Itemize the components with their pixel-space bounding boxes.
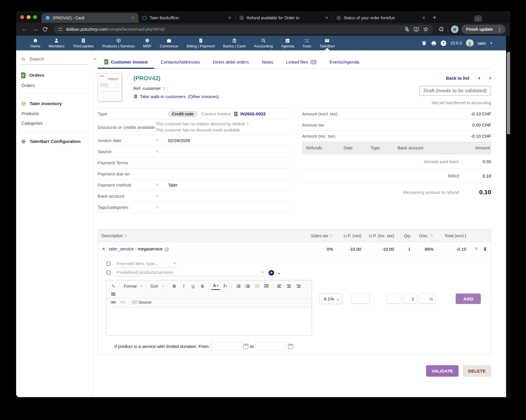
editor-italic-button[interactable]: I [179,283,188,290]
bug-icon[interactable] [421,40,427,46]
editor-unlink-icon[interactable] [118,299,127,306]
previous-record-icon[interactable]: ‹ [478,74,480,81]
editor-remove-format-button[interactable]: Tx [221,283,230,290]
nav-members[interactable]: Members [45,37,69,49]
add-product-plus-icon[interactable]: + [269,270,274,276]
correct-invoice-link[interactable]: IN2602-0022 [240,111,266,116]
nav-billing-payment[interactable]: Billing | Payment [182,37,219,49]
user-avatar[interactable] [466,39,474,47]
close-window-button[interactable] [20,15,24,19]
browser-tab[interactable]: Status of your order forrefun × [332,13,429,23]
editor-content-area[interactable] [106,308,312,335]
back-button[interactable]: ← [21,26,28,33]
description-editor[interactable]: Format▾ Size▾ B I U S A▾ Tx [106,280,312,336]
bookmark-star-icon[interactable] [423,26,429,33]
close-tab-icon[interactable]: × [325,15,329,21]
edit-line-icon[interactable]: ✎ [474,246,478,251]
nav-commerce[interactable]: Commerce [156,37,183,49]
editor-format-select[interactable]: Format▾ [122,284,144,288]
nav-home[interactable]: Home [26,37,45,49]
site-settings-icon[interactable] [58,27,63,32]
mic-blocked-icon[interactable] [404,26,410,33]
nav-banks-cash[interactable]: Banks | Cash [219,37,250,49]
edit-pencil-icon[interactable]: ✎ [156,205,168,210]
editor-justify-icon[interactable] [109,291,118,298]
editor-text-color-button[interactable]: A▾ [211,282,220,290]
address-bar[interactable]: dolibarr.potuzhnyi.com/compta/facture/ca… [54,25,433,34]
nav-agenda[interactable]: Agenda [277,37,298,49]
editor-size-select[interactable]: Size▾ [148,284,165,288]
predefined-product-select[interactable]: Predefined products/services▾ [114,269,265,276]
unit-price-inc-input[interactable] [386,294,402,304]
minimize-window-button[interactable] [27,15,30,19]
forward-button[interactable]: → [31,26,39,33]
edit-pencil-icon[interactable]: ✎ [156,182,168,188]
editor-maximize-icon[interactable] [109,283,118,290]
other-invoices-link[interactable]: (Other invoices) [188,94,219,99]
calendar-icon[interactable] [288,344,293,349]
profile-avatar[interactable]: B [451,25,459,33]
discount-input[interactable] [419,294,436,304]
editor-indent-icon[interactable] [262,283,271,290]
info-icon[interactable]: i [164,247,169,252]
back-to-list-link[interactable]: Back to list [446,76,469,81]
sidebar-item-categories[interactable]: Categories [21,121,89,126]
editor-outdent-icon[interactable] [253,283,262,290]
add-product-chevron-icon[interactable]: ⌄ [278,271,281,275]
qty-input[interactable] [404,294,417,304]
product-link[interactable]: taler_service [109,246,134,251]
editor-ordered-list-icon[interactable] [234,283,243,290]
browser-tab-active[interactable]: D (PROV42) - Card × [42,13,138,23]
editor-underline-button[interactable]: U [189,283,198,290]
sidebar-group-talerbarr-config[interactable]: TalerBarr Configuration [21,139,89,144]
tab-contacts-addresses[interactable]: Contacts/Addresses [154,59,206,68]
nav-mrp[interactable]: MRP [139,37,156,49]
add-line-button[interactable]: ADD [456,293,481,304]
editor-strikethrough-button[interactable]: S [198,283,207,290]
browser-menu-icon[interactable]: ⋮ [496,27,504,32]
edit-pencil-icon[interactable]: ✎ [429,233,433,238]
print-icon[interactable] [431,40,437,46]
delete-line-trash-icon[interactable] [483,247,487,251]
new-tab-button[interactable]: + [433,14,436,21]
nav-third-parties[interactable]: Third parties [69,37,98,49]
calendar-icon[interactable] [243,344,248,349]
editor-align-right-icon[interactable] [294,283,303,290]
edit-pencil-icon[interactable]: ✎ [245,122,250,126]
close-tab-icon[interactable]: × [228,15,232,21]
tab-events-agenda[interactable]: Events/Agenda [323,59,366,68]
close-tab-icon[interactable]: × [422,15,426,21]
editor-align-center-icon[interactable] [285,283,293,290]
tab-direct-debit-orders[interactable]: Direct debit orders [206,59,255,68]
duration-from-input[interactable] [211,342,242,350]
unit-price-net-input[interactable] [351,294,370,304]
edit-pencil-icon[interactable]: ✎ [156,138,168,143]
tab-search-button[interactable]: ⌄ [474,15,482,22]
sidebar-search[interactable]: ▼ [21,56,89,65]
nav-tools[interactable]: Tools [298,37,315,49]
browser-tab[interactable]: Refund available for Order to × [235,13,332,23]
extensions-icon[interactable] [438,26,445,33]
duration-to-input[interactable] [255,342,286,350]
predefined-product-radio[interactable] [106,270,111,275]
tab-customer-invoice[interactable]: Customer invoice [98,59,154,68]
document-preview-thumbnail[interactable] [98,73,122,101]
free-text-select[interactable]: Free-text item, type...▾ [114,260,177,267]
editor-bold-button[interactable]: B [170,283,179,290]
page-scrollbar[interactable] [506,36,510,397]
edit-pencil-icon[interactable]: ✎ [156,149,168,154]
help-icon[interactable]: ? [441,40,446,46]
maximize-window-button[interactable] [33,15,37,19]
edit-pencil-icon[interactable]: ✎ [156,194,168,199]
search-input[interactable] [29,56,91,62]
reload-button[interactable] [42,26,48,33]
delete-button[interactable]: DELETE [463,365,491,377]
tab-linked-files[interactable]: Linked files1 [280,59,323,68]
sidebar-item-orders[interactable]: Orders [21,83,89,88]
edit-pencil-icon[interactable]: ✎ [162,86,167,91]
install-app-icon[interactable] [413,26,420,33]
user-name[interactable]: taler [478,41,486,46]
nav-products-services[interactable]: Products | Services [98,37,139,49]
tab-notes[interactable]: Notes [255,59,280,68]
sidebar-item-products[interactable]: Products [21,111,89,116]
